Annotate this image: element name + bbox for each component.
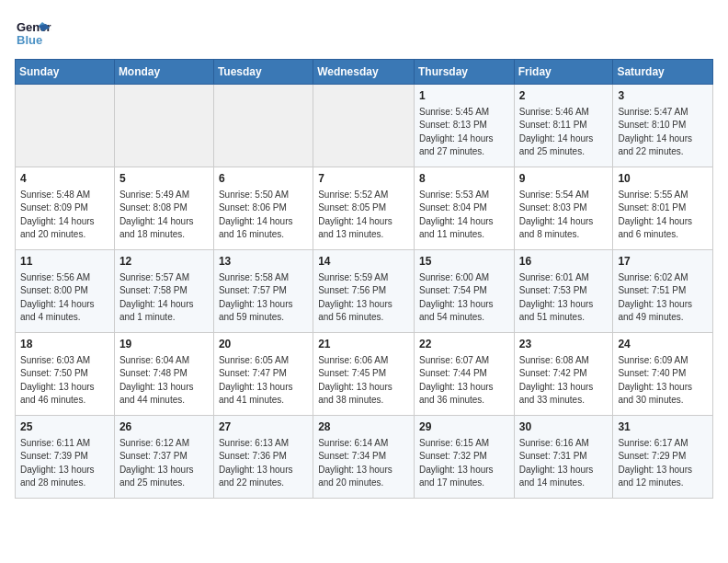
day-number: 11: [20, 254, 109, 270]
day-number: 5: [119, 171, 209, 187]
day-number: 22: [419, 337, 509, 352]
day-number: 10: [618, 171, 708, 187]
calendar-cell: 14Sunrise: 5:59 AM Sunset: 7:56 PM Dayli…: [313, 250, 415, 333]
weekday-header-row: SundayMondayTuesdayWednesdayThursdayFrid…: [16, 60, 713, 85]
day-info: Sunrise: 5:53 AM Sunset: 8:04 PM Dayligh…: [419, 189, 509, 242]
day-info: Sunrise: 6:00 AM Sunset: 7:54 PM Dayligh…: [419, 271, 509, 325]
day-number: 19: [119, 337, 209, 352]
day-info: Sunrise: 6:08 AM Sunset: 7:42 PM Dayligh…: [519, 354, 609, 408]
calendar-week-row: 25Sunrise: 6:11 AM Sunset: 7:39 PM Dayli…: [16, 416, 713, 499]
calendar-cell: [213, 85, 313, 167]
calendar-cell: 16Sunrise: 6:01 AM Sunset: 7:53 PM Dayli…: [514, 250, 613, 333]
calendar-cell: 6Sunrise: 5:50 AM Sunset: 8:06 PM Daylig…: [213, 167, 313, 250]
day-number: 4: [20, 171, 109, 187]
weekday-header-thursday: Thursday: [414, 60, 514, 85]
day-info: Sunrise: 6:15 AM Sunset: 7:32 PM Dayligh…: [419, 437, 509, 490]
day-info: Sunrise: 6:16 AM Sunset: 7:31 PM Dayligh…: [519, 437, 609, 490]
day-info: Sunrise: 5:56 AM Sunset: 8:00 PM Dayligh…: [20, 271, 109, 325]
day-number: 26: [119, 419, 209, 435]
day-info: Sunrise: 6:13 AM Sunset: 7:36 PM Dayligh…: [219, 437, 308, 490]
calendar-cell: 17Sunrise: 6:02 AM Sunset: 7:51 PM Dayli…: [613, 250, 713, 333]
weekday-header-tuesday: Tuesday: [213, 60, 313, 85]
day-number: 8: [419, 171, 509, 187]
day-info: Sunrise: 6:01 AM Sunset: 7:53 PM Dayligh…: [519, 271, 609, 325]
day-info: Sunrise: 5:59 AM Sunset: 7:56 PM Dayligh…: [318, 271, 409, 325]
day-info: Sunrise: 6:17 AM Sunset: 7:29 PM Dayligh…: [618, 437, 708, 490]
day-info: Sunrise: 6:14 AM Sunset: 7:34 PM Dayligh…: [318, 437, 409, 490]
calendar-week-row: 18Sunrise: 6:03 AM Sunset: 7:50 PM Dayli…: [16, 333, 713, 416]
page-header: General Blue: [15, 15, 713, 52]
day-info: Sunrise: 5:49 AM Sunset: 8:08 PM Dayligh…: [119, 189, 209, 242]
calendar-cell: 4Sunrise: 5:48 AM Sunset: 8:09 PM Daylig…: [16, 167, 115, 250]
calendar-cell: 11Sunrise: 5:56 AM Sunset: 8:00 PM Dayli…: [16, 250, 115, 333]
calendar-cell: 18Sunrise: 6:03 AM Sunset: 7:50 PM Dayli…: [16, 333, 115, 416]
calendar-cell: 31Sunrise: 6:17 AM Sunset: 7:29 PM Dayli…: [613, 416, 713, 499]
calendar-cell: [313, 85, 415, 167]
logo: General Blue: [15, 15, 51, 52]
day-number: 24: [618, 337, 708, 352]
calendar-cell: 5Sunrise: 5:49 AM Sunset: 8:08 PM Daylig…: [114, 167, 213, 250]
calendar-cell: 2Sunrise: 5:46 AM Sunset: 8:11 PM Daylig…: [514, 85, 613, 167]
day-info: Sunrise: 5:46 AM Sunset: 8:11 PM Dayligh…: [519, 106, 609, 159]
day-number: 28: [318, 419, 409, 435]
day-number: 31: [618, 419, 708, 435]
day-number: 21: [318, 337, 409, 352]
day-info: Sunrise: 6:02 AM Sunset: 7:51 PM Dayligh…: [618, 271, 708, 325]
calendar-cell: 30Sunrise: 6:16 AM Sunset: 7:31 PM Dayli…: [514, 416, 613, 499]
calendar-cell: 28Sunrise: 6:14 AM Sunset: 7:34 PM Dayli…: [313, 416, 415, 499]
day-number: 6: [219, 171, 308, 187]
day-info: Sunrise: 5:50 AM Sunset: 8:06 PM Dayligh…: [219, 189, 308, 242]
day-info: Sunrise: 6:03 AM Sunset: 7:50 PM Dayligh…: [20, 354, 109, 408]
day-number: 12: [119, 254, 209, 270]
calendar-week-row: 4Sunrise: 5:48 AM Sunset: 8:09 PM Daylig…: [16, 167, 713, 250]
calendar-cell: 9Sunrise: 5:54 AM Sunset: 8:03 PM Daylig…: [514, 167, 613, 250]
day-info: Sunrise: 6:05 AM Sunset: 7:47 PM Dayligh…: [219, 354, 308, 408]
day-info: Sunrise: 6:12 AM Sunset: 7:37 PM Dayligh…: [119, 437, 209, 490]
day-number: 20: [219, 337, 308, 352]
calendar-week-row: 1Sunrise: 5:45 AM Sunset: 8:13 PM Daylig…: [16, 85, 713, 167]
day-number: 15: [419, 254, 509, 270]
day-number: 1: [419, 88, 509, 104]
day-number: 27: [219, 419, 308, 435]
day-number: 2: [519, 88, 609, 104]
day-number: 14: [318, 254, 409, 270]
weekday-header-friday: Friday: [514, 60, 613, 85]
calendar-cell: 8Sunrise: 5:53 AM Sunset: 8:04 PM Daylig…: [414, 167, 514, 250]
logo-icon: General Blue: [15, 15, 51, 52]
day-info: Sunrise: 6:07 AM Sunset: 7:44 PM Dayligh…: [419, 354, 509, 408]
day-number: 13: [219, 254, 308, 270]
calendar-week-row: 11Sunrise: 5:56 AM Sunset: 8:00 PM Dayli…: [16, 250, 713, 333]
day-info: Sunrise: 6:11 AM Sunset: 7:39 PM Dayligh…: [20, 437, 109, 490]
calendar-cell: 13Sunrise: 5:58 AM Sunset: 7:57 PM Dayli…: [213, 250, 313, 333]
weekday-header-monday: Monday: [114, 60, 213, 85]
day-info: Sunrise: 5:54 AM Sunset: 8:03 PM Dayligh…: [519, 189, 609, 242]
day-number: 30: [519, 419, 609, 435]
day-info: Sunrise: 6:06 AM Sunset: 7:45 PM Dayligh…: [318, 354, 409, 408]
day-info: Sunrise: 5:58 AM Sunset: 7:57 PM Dayligh…: [219, 271, 308, 325]
calendar-cell: 7Sunrise: 5:52 AM Sunset: 8:05 PM Daylig…: [313, 167, 415, 250]
weekday-header-wednesday: Wednesday: [313, 60, 415, 85]
calendar-cell: 1Sunrise: 5:45 AM Sunset: 8:13 PM Daylig…: [414, 85, 514, 167]
day-number: 3: [618, 88, 708, 104]
day-info: Sunrise: 5:57 AM Sunset: 7:58 PM Dayligh…: [119, 271, 209, 325]
calendar-cell: 19Sunrise: 6:04 AM Sunset: 7:48 PM Dayli…: [114, 333, 213, 416]
day-number: 17: [618, 254, 708, 270]
calendar-cell: 29Sunrise: 6:15 AM Sunset: 7:32 PM Dayli…: [414, 416, 514, 499]
calendar-header: SundayMondayTuesdayWednesdayThursdayFrid…: [16, 60, 713, 85]
calendar-cell: 22Sunrise: 6:07 AM Sunset: 7:44 PM Dayli…: [414, 333, 514, 416]
svg-text:Blue: Blue: [17, 33, 42, 47]
day-number: 9: [519, 171, 609, 187]
calendar-body: 1Sunrise: 5:45 AM Sunset: 8:13 PM Daylig…: [16, 85, 713, 499]
day-number: 23: [519, 337, 609, 352]
day-info: Sunrise: 5:55 AM Sunset: 8:01 PM Dayligh…: [618, 189, 708, 242]
day-number: 18: [20, 337, 109, 352]
calendar-cell: 10Sunrise: 5:55 AM Sunset: 8:01 PM Dayli…: [613, 167, 713, 250]
calendar-table: SundayMondayTuesdayWednesdayThursdayFrid…: [15, 59, 713, 499]
day-info: Sunrise: 5:48 AM Sunset: 8:09 PM Dayligh…: [20, 189, 109, 242]
day-info: Sunrise: 5:45 AM Sunset: 8:13 PM Dayligh…: [419, 106, 509, 159]
calendar-cell: 15Sunrise: 6:00 AM Sunset: 7:54 PM Dayli…: [414, 250, 514, 333]
calendar-cell: 20Sunrise: 6:05 AM Sunset: 7:47 PM Dayli…: [213, 333, 313, 416]
calendar-cell: 23Sunrise: 6:08 AM Sunset: 7:42 PM Dayli…: [514, 333, 613, 416]
weekday-header-saturday: Saturday: [613, 60, 713, 85]
day-info: Sunrise: 6:09 AM Sunset: 7:40 PM Dayligh…: [618, 354, 708, 408]
